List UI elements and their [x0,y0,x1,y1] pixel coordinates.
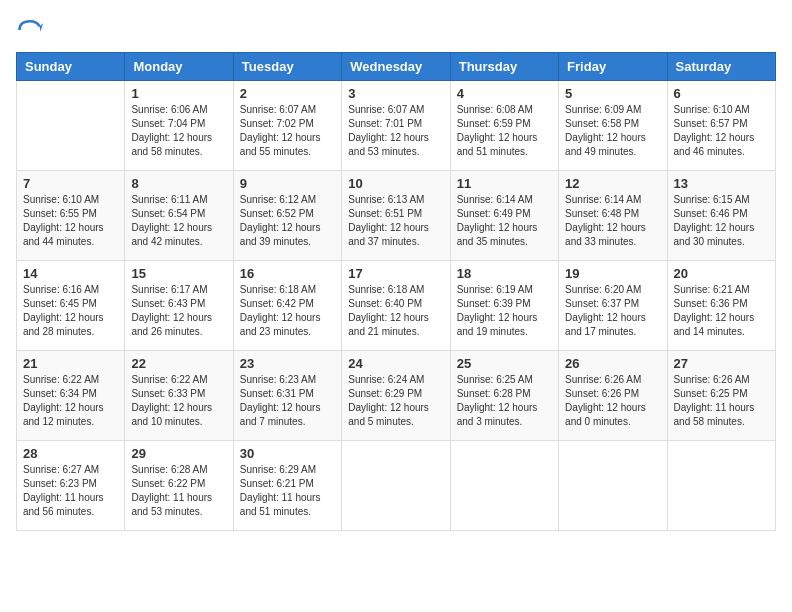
day-number: 29 [131,446,226,461]
day-info: Sunrise: 6:27 AM Sunset: 6:23 PM Dayligh… [23,463,118,519]
day-number: 20 [674,266,769,281]
day-number: 4 [457,86,552,101]
day-info: Sunrise: 6:23 AM Sunset: 6:31 PM Dayligh… [240,373,335,429]
day-number: 19 [565,266,660,281]
day-number: 2 [240,86,335,101]
day-info: Sunrise: 6:17 AM Sunset: 6:43 PM Dayligh… [131,283,226,339]
calendar-cell: 4Sunrise: 6:08 AM Sunset: 6:59 PM Daylig… [450,81,558,171]
day-number: 28 [23,446,118,461]
calendar-cell: 13Sunrise: 6:15 AM Sunset: 6:46 PM Dayli… [667,171,775,261]
day-number: 6 [674,86,769,101]
day-info: Sunrise: 6:22 AM Sunset: 6:34 PM Dayligh… [23,373,118,429]
calendar-cell: 20Sunrise: 6:21 AM Sunset: 6:36 PM Dayli… [667,261,775,351]
calendar-cell: 15Sunrise: 6:17 AM Sunset: 6:43 PM Dayli… [125,261,233,351]
day-info: Sunrise: 6:06 AM Sunset: 7:04 PM Dayligh… [131,103,226,159]
day-info: Sunrise: 6:10 AM Sunset: 6:57 PM Dayligh… [674,103,769,159]
day-number: 3 [348,86,443,101]
calendar-cell [17,81,125,171]
day-info: Sunrise: 6:28 AM Sunset: 6:22 PM Dayligh… [131,463,226,519]
calendar-cell: 16Sunrise: 6:18 AM Sunset: 6:42 PM Dayli… [233,261,341,351]
day-number: 30 [240,446,335,461]
day-number: 26 [565,356,660,371]
calendar-cell: 17Sunrise: 6:18 AM Sunset: 6:40 PM Dayli… [342,261,450,351]
day-info: Sunrise: 6:22 AM Sunset: 6:33 PM Dayligh… [131,373,226,429]
day-info: Sunrise: 6:21 AM Sunset: 6:36 PM Dayligh… [674,283,769,339]
calendar-cell: 26Sunrise: 6:26 AM Sunset: 6:26 PM Dayli… [559,351,667,441]
calendar-table: SundayMondayTuesdayWednesdayThursdayFrid… [16,52,776,531]
day-info: Sunrise: 6:13 AM Sunset: 6:51 PM Dayligh… [348,193,443,249]
calendar-cell: 9Sunrise: 6:12 AM Sunset: 6:52 PM Daylig… [233,171,341,261]
calendar-cell [667,441,775,531]
calendar-cell [342,441,450,531]
day-info: Sunrise: 6:10 AM Sunset: 6:55 PM Dayligh… [23,193,118,249]
calendar-cell: 1Sunrise: 6:06 AM Sunset: 7:04 PM Daylig… [125,81,233,171]
day-info: Sunrise: 6:26 AM Sunset: 6:26 PM Dayligh… [565,373,660,429]
day-info: Sunrise: 6:08 AM Sunset: 6:59 PM Dayligh… [457,103,552,159]
day-number: 16 [240,266,335,281]
day-info: Sunrise: 6:20 AM Sunset: 6:37 PM Dayligh… [565,283,660,339]
day-number: 15 [131,266,226,281]
calendar-cell: 2Sunrise: 6:07 AM Sunset: 7:02 PM Daylig… [233,81,341,171]
day-number: 13 [674,176,769,191]
day-number: 17 [348,266,443,281]
calendar-cell: 27Sunrise: 6:26 AM Sunset: 6:25 PM Dayli… [667,351,775,441]
calendar-week-row: 1Sunrise: 6:06 AM Sunset: 7:04 PM Daylig… [17,81,776,171]
day-info: Sunrise: 6:11 AM Sunset: 6:54 PM Dayligh… [131,193,226,249]
day-info: Sunrise: 6:14 AM Sunset: 6:48 PM Dayligh… [565,193,660,249]
calendar-cell: 22Sunrise: 6:22 AM Sunset: 6:33 PM Dayli… [125,351,233,441]
day-of-week-header: Saturday [667,53,775,81]
day-of-week-header: Friday [559,53,667,81]
day-info: Sunrise: 6:07 AM Sunset: 7:01 PM Dayligh… [348,103,443,159]
day-number: 5 [565,86,660,101]
day-of-week-header: Thursday [450,53,558,81]
day-info: Sunrise: 6:29 AM Sunset: 6:21 PM Dayligh… [240,463,335,519]
calendar-week-row: 21Sunrise: 6:22 AM Sunset: 6:34 PM Dayli… [17,351,776,441]
calendar-cell: 3Sunrise: 6:07 AM Sunset: 7:01 PM Daylig… [342,81,450,171]
calendar-cell: 21Sunrise: 6:22 AM Sunset: 6:34 PM Dayli… [17,351,125,441]
day-info: Sunrise: 6:24 AM Sunset: 6:29 PM Dayligh… [348,373,443,429]
day-number: 18 [457,266,552,281]
day-info: Sunrise: 6:18 AM Sunset: 6:42 PM Dayligh… [240,283,335,339]
day-info: Sunrise: 6:16 AM Sunset: 6:45 PM Dayligh… [23,283,118,339]
day-of-week-header: Monday [125,53,233,81]
calendar-cell: 6Sunrise: 6:10 AM Sunset: 6:57 PM Daylig… [667,81,775,171]
day-number: 7 [23,176,118,191]
calendar-cell [559,441,667,531]
calendar-cell: 23Sunrise: 6:23 AM Sunset: 6:31 PM Dayli… [233,351,341,441]
logo [16,16,48,44]
day-info: Sunrise: 6:14 AM Sunset: 6:49 PM Dayligh… [457,193,552,249]
day-of-week-header: Tuesday [233,53,341,81]
calendar-week-row: 28Sunrise: 6:27 AM Sunset: 6:23 PM Dayli… [17,441,776,531]
calendar-cell: 30Sunrise: 6:29 AM Sunset: 6:21 PM Dayli… [233,441,341,531]
calendar-cell: 18Sunrise: 6:19 AM Sunset: 6:39 PM Dayli… [450,261,558,351]
day-info: Sunrise: 6:26 AM Sunset: 6:25 PM Dayligh… [674,373,769,429]
calendar-cell: 28Sunrise: 6:27 AM Sunset: 6:23 PM Dayli… [17,441,125,531]
day-number: 1 [131,86,226,101]
calendar-cell: 25Sunrise: 6:25 AM Sunset: 6:28 PM Dayli… [450,351,558,441]
day-number: 11 [457,176,552,191]
day-number: 25 [457,356,552,371]
calendar-week-row: 14Sunrise: 6:16 AM Sunset: 6:45 PM Dayli… [17,261,776,351]
calendar-cell [450,441,558,531]
page-header [16,16,776,44]
day-info: Sunrise: 6:19 AM Sunset: 6:39 PM Dayligh… [457,283,552,339]
day-number: 9 [240,176,335,191]
logo-icon [16,16,44,44]
day-info: Sunrise: 6:18 AM Sunset: 6:40 PM Dayligh… [348,283,443,339]
day-info: Sunrise: 6:15 AM Sunset: 6:46 PM Dayligh… [674,193,769,249]
calendar-cell: 7Sunrise: 6:10 AM Sunset: 6:55 PM Daylig… [17,171,125,261]
day-number: 24 [348,356,443,371]
calendar-cell: 19Sunrise: 6:20 AM Sunset: 6:37 PM Dayli… [559,261,667,351]
calendar-header-row: SundayMondayTuesdayWednesdayThursdayFrid… [17,53,776,81]
calendar-cell: 29Sunrise: 6:28 AM Sunset: 6:22 PM Dayli… [125,441,233,531]
day-number: 8 [131,176,226,191]
calendar-cell: 8Sunrise: 6:11 AM Sunset: 6:54 PM Daylig… [125,171,233,261]
day-info: Sunrise: 6:07 AM Sunset: 7:02 PM Dayligh… [240,103,335,159]
day-number: 27 [674,356,769,371]
day-number: 12 [565,176,660,191]
day-number: 23 [240,356,335,371]
day-number: 21 [23,356,118,371]
day-info: Sunrise: 6:12 AM Sunset: 6:52 PM Dayligh… [240,193,335,249]
day-number: 22 [131,356,226,371]
calendar-cell: 24Sunrise: 6:24 AM Sunset: 6:29 PM Dayli… [342,351,450,441]
